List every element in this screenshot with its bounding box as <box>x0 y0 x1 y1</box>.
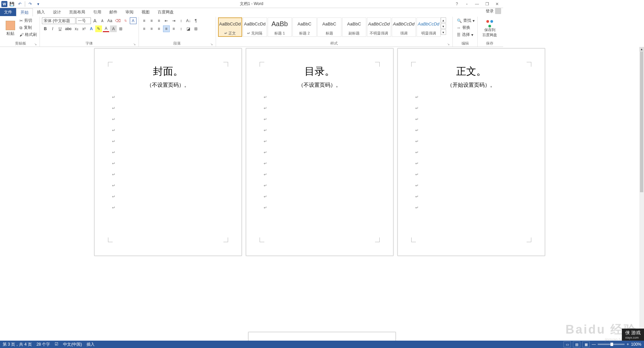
shading-button[interactable]: ◪ <box>185 25 192 32</box>
restore-button[interactable]: ❐ <box>482 1 492 7</box>
replace-button[interactable]: ↔替换 <box>456 24 475 31</box>
avatar-icon <box>495 8 501 14</box>
subscript-button[interactable]: x₂ <box>73 25 80 32</box>
ribbon-options-button[interactable]: ▫ <box>462 1 472 7</box>
phonetic-button[interactable]: ⺀ <box>122 17 129 24</box>
style-item-0[interactable]: AaBbCcDd↵ 正文 <box>218 17 242 37</box>
line-spacing-button[interactable]: ↕ <box>178 25 184 32</box>
show-marks-button[interactable]: ¶ <box>193 17 199 24</box>
justify-button[interactable]: ≡ <box>163 25 170 32</box>
ribbon-tabs: 文件 开始 插入 设计 页面布局 引用 邮件 审阅 视图 百度网盘 登录 <box>0 8 503 16</box>
highlight-button[interactable]: ✎ <box>95 25 102 32</box>
enclose-char-button[interactable]: ⊞ <box>117 25 124 32</box>
paragraph-mark: ↵ <box>415 95 503 100</box>
group-label-clipboard: 剪贴板↘ <box>3 40 38 47</box>
paragraph-launcher[interactable]: ↘ <box>210 43 213 46</box>
page-2[interactable]: 目录。（不设置页码）。↵↵↵↵↵↵↵↵↵↵↵ <box>246 48 393 256</box>
underline-button[interactable]: U <box>57 25 63 32</box>
tab-home[interactable]: 开始 <box>16 8 33 16</box>
paragraph-mark: ↵ <box>264 194 377 199</box>
distribute-button[interactable]: ≡ <box>170 25 177 32</box>
borders-button[interactable]: ⊞ <box>193 25 199 32</box>
style-item-2[interactable]: AaBb标题 1 <box>268 17 292 37</box>
page-3[interactable]: 正文。（开始设置页码）。↵↵↵↵↵↵↵↵↵↵↵ <box>397 48 503 256</box>
tab-references[interactable]: 引用 <box>89 8 105 16</box>
style-label: ↵ 无间隔 <box>247 30 262 37</box>
change-case-button[interactable]: Aa <box>106 17 113 24</box>
tab-file[interactable]: 文件 <box>0 8 16 16</box>
group-label-styles: 样式↘ <box>218 40 450 47</box>
char-shading-button[interactable]: A <box>110 25 117 32</box>
style-item-4[interactable]: AaBbC标题 <box>317 17 341 37</box>
styles-up-button[interactable]: ▴ <box>441 17 446 23</box>
redo-button[interactable]: ↷ <box>26 0 34 8</box>
strikethrough-button[interactable]: abc <box>64 25 72 32</box>
align-left-button[interactable]: ≡ <box>141 25 148 32</box>
paragraph-mark: ↵ <box>415 150 503 155</box>
char-border-button[interactable]: A <box>130 17 137 24</box>
paragraph-mark: ↵ <box>112 183 225 188</box>
tab-mailings[interactable]: 邮件 <box>105 8 121 16</box>
tab-design[interactable]: 设计 <box>49 8 65 16</box>
save-button[interactable]: 💾 <box>8 0 15 8</box>
style-item-5[interactable]: AaBbC副标题 <box>342 17 366 37</box>
increase-indent-button[interactable]: ⇥ <box>170 17 177 24</box>
login-link[interactable]: 登录 <box>486 8 501 14</box>
format-painter-button[interactable]: 🖌格式刷 <box>19 31 38 38</box>
style-item-6[interactable]: AaBbCcDd不明显强调 <box>367 17 391 37</box>
style-item-1[interactable]: AaBbCcDd↵ 无间隔 <box>243 17 267 37</box>
tab-baidu[interactable]: 百度网盘 <box>154 8 178 16</box>
grow-font-button[interactable]: A <box>92 17 98 24</box>
qat-customize-button[interactable]: ▾ <box>35 0 42 8</box>
style-item-7[interactable]: AaBbCcDd强调 <box>392 17 416 37</box>
styles-down-button[interactable]: ▾ <box>441 23 446 29</box>
shrink-font-button[interactable]: A <box>99 17 106 24</box>
tab-view[interactable]: 视图 <box>138 8 154 16</box>
group-label-editing: 编辑 <box>455 40 475 47</box>
decrease-indent-button[interactable]: ⇤ <box>163 17 170 24</box>
copy-button[interactable]: ⧉复制 <box>19 24 38 31</box>
style-label: ↵ 正文 <box>224 30 236 37</box>
select-button[interactable]: ☰选择 ▾ <box>456 31 475 38</box>
styles-launcher[interactable]: ↘ <box>447 43 450 46</box>
styles-more-button[interactable]: ▾ <box>441 29 446 35</box>
font-size-combo[interactable]: 一号 <box>76 17 91 24</box>
style-item-3[interactable]: AaBbC标题 2 <box>292 17 317 37</box>
tab-review[interactable]: 审阅 <box>121 8 138 16</box>
style-preview: AaBbCcDd <box>368 18 390 30</box>
find-button[interactable]: 🔍查找 ▾ <box>456 17 475 24</box>
clipboard-launcher[interactable]: ↘ <box>34 43 37 46</box>
cut-button[interactable]: ✂剪切 <box>19 17 38 24</box>
font-color-button[interactable]: A <box>103 25 109 32</box>
align-center-button[interactable]: ≡ <box>148 25 155 32</box>
bullets-button[interactable]: ≡ <box>141 17 148 24</box>
paragraph-mark: ↵ <box>112 117 225 122</box>
text-effects-button[interactable]: A <box>88 25 95 32</box>
style-preview: AaBbC <box>298 18 311 30</box>
align-right-button[interactable]: ≡ <box>156 25 162 32</box>
clear-format-button[interactable]: ⌫ <box>114 17 122 24</box>
save-baidu-button[interactable]: 保存到 百度网盘 <box>480 17 500 40</box>
superscript-button[interactable]: x² <box>80 25 87 32</box>
asian-layout-button[interactable]: ↕ <box>178 17 184 24</box>
style-item-8[interactable]: AaBbCcDd明显强调 <box>417 17 441 37</box>
margin-corner <box>108 237 113 242</box>
document-area[interactable]: 封面。（不设置页码）。↵↵↵↵↵↵↵↵↵↵↵目录。（不设置页码）。↵↵↵↵↵↵↵… <box>0 47 503 272</box>
undo-button[interactable]: ↶ <box>16 0 23 8</box>
tab-layout[interactable]: 页面布局 <box>65 8 89 16</box>
numbering-button[interactable]: ≡ <box>148 17 155 24</box>
close-button[interactable]: ✕ <box>492 1 502 7</box>
tab-insert[interactable]: 插入 <box>33 8 49 16</box>
bold-button[interactable]: B <box>42 25 49 32</box>
help-button[interactable]: ? <box>452 1 462 7</box>
page-1[interactable]: 封面。（不设置页码）。↵↵↵↵↵↵↵↵↵↵↵ <box>94 48 242 256</box>
italic-button[interactable]: I <box>49 25 56 32</box>
multilevel-button[interactable]: ≡ <box>156 17 162 24</box>
sort-button[interactable]: A↓ <box>185 17 192 24</box>
font-launcher[interactable]: ↘ <box>133 43 136 46</box>
font-name-combo[interactable]: 宋体 (中文标题 <box>42 17 75 24</box>
paste-button[interactable]: 粘贴 <box>3 17 17 40</box>
minimize-button[interactable]: — <box>472 1 482 7</box>
page-title-text: 目录。 <box>262 65 377 78</box>
paragraph-mark: ↵ <box>112 128 225 133</box>
